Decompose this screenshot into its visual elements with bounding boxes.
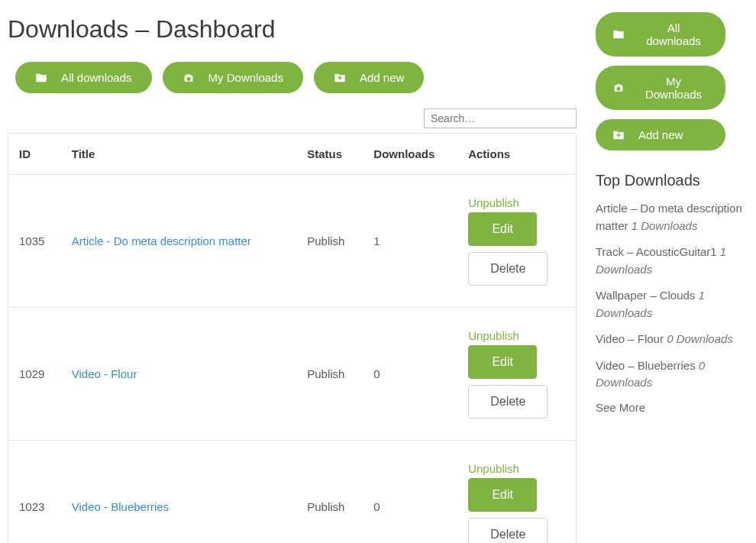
action-button-stack: EditDelete (468, 478, 567, 543)
sidebar-add-new-label: Add new (638, 128, 683, 141)
top-item-title: Video – Flour (596, 332, 667, 345)
top-download-item[interactable]: Track – AcousticGuitar1 1 Downloads (596, 244, 748, 278)
edit-button[interactable]: Edit (468, 345, 537, 379)
cell-downloads: 1 (364, 175, 459, 308)
cell-actions: UnpublishEditDelete (459, 308, 576, 441)
top-item-title: Wallpaper – Clouds (596, 289, 699, 302)
top-downloads-heading: Top Downloads (596, 172, 748, 189)
table-row: 1029Video - FlourPublish0UnpublishEditDe… (8, 308, 577, 441)
all-downloads-button[interactable]: All downloads (15, 62, 152, 93)
search-row (8, 108, 577, 128)
delete-button[interactable]: Delete (468, 385, 548, 419)
sidebar-my-downloads-button[interactable]: My Downloads (596, 66, 725, 110)
edit-button[interactable]: Edit (468, 212, 537, 246)
cell-status: Publish (298, 175, 364, 308)
row-title-link[interactable]: Video - Flour (72, 367, 137, 380)
top-download-item[interactable]: Article – Do meta description matter 1 D… (596, 200, 748, 234)
my-downloads-button[interactable]: My Downloads (163, 62, 303, 93)
cell-status: Publish (298, 308, 364, 441)
top-item-title: Video – Blueberries (596, 359, 699, 372)
cell-actions: UnpublishEditDelete (459, 441, 576, 544)
col-title: Title (63, 134, 298, 175)
folder-icon (612, 28, 625, 40)
camera-icon (612, 82, 625, 94)
row-title-link[interactable]: Video - Blueberries (72, 500, 169, 513)
col-actions: Actions (459, 134, 576, 175)
unpublish-link[interactable]: Unpublish (468, 462, 567, 475)
col-status: Status (298, 134, 364, 175)
top-item-title: Track – AcousticGuitar1 (596, 245, 720, 258)
delete-button[interactable]: Delete (468, 518, 548, 543)
top-download-item[interactable]: Video – Blueberries 0 Downloads (596, 357, 748, 392)
cell-downloads: 0 (364, 441, 459, 544)
see-more-link[interactable]: See More (596, 401, 748, 414)
top-download-item[interactable]: Video – Flour 0 Downloads (596, 331, 748, 348)
cell-title: Video - Blueberries (63, 441, 298, 544)
edit-button[interactable]: Edit (468, 478, 537, 512)
table-row: 1023Video - BlueberriesPublish0Unpublish… (8, 441, 577, 544)
row-title-link[interactable]: Article - Do meta description matter (72, 234, 251, 247)
folder-icon (35, 72, 47, 84)
my-downloads-label: My Downloads (208, 71, 283, 84)
cell-id: 1035 (8, 175, 63, 308)
sidebar-action-row: All downloads My Downloads Add new (596, 12, 748, 150)
camera-icon (183, 72, 195, 84)
cell-title: Video - Flour (63, 308, 298, 441)
all-downloads-label: All downloads (61, 71, 132, 84)
add-new-label: Add new (360, 71, 404, 84)
add-new-button[interactable]: Add new (314, 62, 424, 93)
cell-status: Publish (298, 441, 364, 544)
unpublish-link[interactable]: Unpublish (468, 329, 567, 342)
top-item-count: 0 Downloads (667, 332, 733, 345)
sidebar-my-downloads-label: My Downloads (638, 75, 709, 101)
delete-button[interactable]: Delete (468, 252, 548, 286)
sidebar-all-downloads-label: All downloads (638, 21, 709, 47)
table-header-row: ID Title Status Downloads Actions (8, 134, 577, 175)
action-button-stack: EditDelete (468, 212, 567, 286)
top-item-count: 1 Downloads (632, 219, 698, 232)
top-download-item[interactable]: Wallpaper – Clouds 1 Downloads (596, 287, 748, 322)
col-downloads: Downloads (364, 134, 459, 175)
cell-actions: UnpublishEditDelete (459, 175, 576, 308)
cell-title: Article - Do meta description matter (63, 175, 298, 308)
search-input[interactable] (424, 108, 577, 128)
action-button-stack: EditDelete (468, 345, 567, 419)
sidebar-add-new-button[interactable]: Add new (596, 119, 725, 150)
add-folder-icon (334, 72, 346, 84)
table-row: 1035Article - Do meta description matter… (8, 175, 577, 308)
col-id: ID (8, 134, 63, 175)
cell-id: 1023 (8, 441, 63, 544)
downloads-table: ID Title Status Downloads Actions 1035Ar… (8, 133, 577, 543)
sidebar-all-downloads-button[interactable]: All downloads (596, 12, 725, 57)
page-title: Downloads – Dashboard (8, 15, 577, 44)
main-action-row: All downloads My Downloads Add new (15, 62, 577, 93)
cell-downloads: 0 (364, 308, 459, 441)
add-folder-icon (612, 129, 625, 141)
unpublish-link[interactable]: Unpublish (468, 196, 567, 209)
cell-id: 1029 (8, 308, 63, 441)
